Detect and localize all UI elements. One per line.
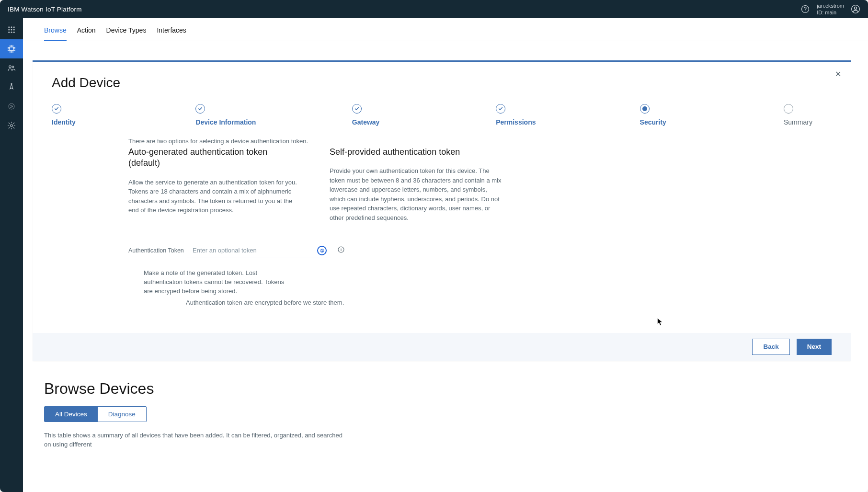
svg-point-8 bbox=[11, 29, 12, 31]
step-summary[interactable]: Summary bbox=[784, 104, 832, 126]
next-button[interactable]: Next bbox=[797, 339, 832, 355]
user-name: jan.ekstrom bbox=[817, 2, 844, 9]
rail-device-icon[interactable] bbox=[0, 39, 23, 58]
token-label: Authentication Token bbox=[128, 247, 187, 254]
svg-point-14 bbox=[9, 66, 11, 68]
main-content: Browse Action Device Types Interfaces ✕ … bbox=[23, 18, 868, 492]
add-device-modal: ✕ Add Device Identity Device Information bbox=[33, 60, 851, 361]
modal-title: Add Device bbox=[52, 75, 832, 91]
rail-apps-icon[interactable] bbox=[0, 20, 23, 39]
step-label: Device Information bbox=[195, 118, 256, 126]
svg-point-11 bbox=[11, 32, 12, 33]
token-input-wrap: ① bbox=[187, 243, 331, 258]
auto-token-desc: Allow the service to generate an authent… bbox=[128, 178, 301, 215]
svg-rect-13 bbox=[10, 47, 13, 51]
self-token-option: Self-provided authentication token Provi… bbox=[330, 147, 502, 222]
help-icon[interactable] bbox=[800, 4, 810, 14]
browse-title: Browse Devices bbox=[44, 380, 851, 398]
step-permissions[interactable]: Permissions bbox=[496, 104, 544, 126]
step-label: Identity bbox=[52, 118, 76, 126]
step-future-icon bbox=[784, 104, 793, 114]
step-check-icon bbox=[52, 104, 61, 114]
auto-token-option: Auto-generated authentication token (def… bbox=[128, 147, 301, 222]
svg-point-4 bbox=[8, 26, 10, 28]
segment-diagnose[interactable]: Diagnose bbox=[98, 407, 146, 422]
token-note: Make a note of the generated token. Lost… bbox=[144, 269, 287, 296]
step-current-icon bbox=[640, 104, 650, 114]
segment-all-devices[interactable]: All Devices bbox=[45, 407, 98, 422]
device-filter-segment: All Devices Diagnose bbox=[44, 406, 147, 422]
left-nav-rail bbox=[0, 18, 23, 492]
step-label: Gateway bbox=[352, 118, 380, 126]
rail-compass-icon[interactable] bbox=[0, 78, 23, 97]
step-label: Summary bbox=[784, 118, 812, 126]
divider bbox=[128, 234, 832, 234]
user-id: ID: main bbox=[817, 9, 844, 16]
browse-devices-section: Browse Devices All Devices Diagnose This… bbox=[44, 380, 851, 449]
svg-point-9 bbox=[13, 29, 15, 31]
svg-point-7 bbox=[8, 29, 10, 31]
browse-desc: This table shows a summary of all device… bbox=[44, 431, 351, 449]
user-info: jan.ekstrom ID: main bbox=[817, 2, 844, 16]
rail-settings-icon[interactable] bbox=[0, 116, 23, 135]
tab-action[interactable]: Action bbox=[77, 26, 96, 41]
step-label: Permissions bbox=[496, 118, 536, 126]
step-gateway[interactable]: Gateway bbox=[352, 104, 400, 126]
token-input[interactable] bbox=[187, 243, 331, 258]
wizard-steps: Identity Device Information Gateway Perm… bbox=[52, 104, 832, 126]
tab-browse[interactable]: Browse bbox=[44, 26, 67, 41]
step-check-icon bbox=[352, 104, 362, 114]
rail-members-icon[interactable] bbox=[0, 58, 23, 78]
self-token-desc: Provide your own authentication token fo… bbox=[330, 166, 502, 222]
svg-point-1 bbox=[805, 11, 806, 11]
svg-point-12 bbox=[13, 32, 15, 33]
product-title-text: IBM Watson IoT Platform bbox=[8, 6, 82, 13]
auto-token-heading: Auto-generated authentication token (def… bbox=[128, 147, 301, 169]
header-right: jan.ekstrom ID: main bbox=[800, 2, 860, 16]
token-field-row: Authentication Token ① bbox=[128, 243, 832, 258]
rail-brain-icon[interactable] bbox=[0, 97, 23, 116]
svg-point-10 bbox=[8, 32, 10, 33]
svg-point-18 bbox=[11, 125, 13, 127]
user-avatar-icon[interactable] bbox=[851, 4, 860, 14]
step-check-icon bbox=[496, 104, 505, 114]
encrypt-note: Authentication token are encrypted befor… bbox=[186, 299, 832, 306]
svg-point-6 bbox=[13, 26, 15, 28]
self-token-heading: Self-provided authentication token bbox=[330, 147, 502, 158]
intro-text: There are two options for selecting a de… bbox=[128, 137, 832, 145]
tab-device-types[interactable]: Device Types bbox=[106, 26, 147, 41]
step-identity[interactable]: Identity bbox=[52, 104, 100, 126]
info-icon[interactable] bbox=[337, 246, 345, 255]
top-header: IBM Watson IoT Platform jan.ekstrom ID: … bbox=[0, 0, 868, 18]
svg-point-15 bbox=[12, 66, 14, 68]
sub-nav: Browse Action Device Types Interfaces bbox=[23, 18, 868, 41]
close-icon[interactable]: ✕ bbox=[835, 69, 841, 79]
product-title: IBM Watson IoT Platform bbox=[8, 6, 82, 13]
back-button[interactable]: Back bbox=[752, 339, 789, 355]
modal-footer: Back Next bbox=[33, 333, 851, 361]
svg-point-5 bbox=[11, 26, 12, 28]
step-label: Security bbox=[640, 118, 666, 126]
tab-interfaces[interactable]: Interfaces bbox=[157, 26, 186, 41]
svg-point-3 bbox=[855, 7, 857, 9]
step-security[interactable]: Security bbox=[640, 104, 688, 126]
step-device-info[interactable]: Device Information bbox=[195, 104, 256, 126]
step-check-icon bbox=[195, 104, 205, 114]
token-options: Auto-generated authentication token (def… bbox=[128, 147, 755, 222]
svg-point-17 bbox=[9, 103, 14, 109]
password-manager-icon[interactable]: ① bbox=[317, 246, 327, 255]
